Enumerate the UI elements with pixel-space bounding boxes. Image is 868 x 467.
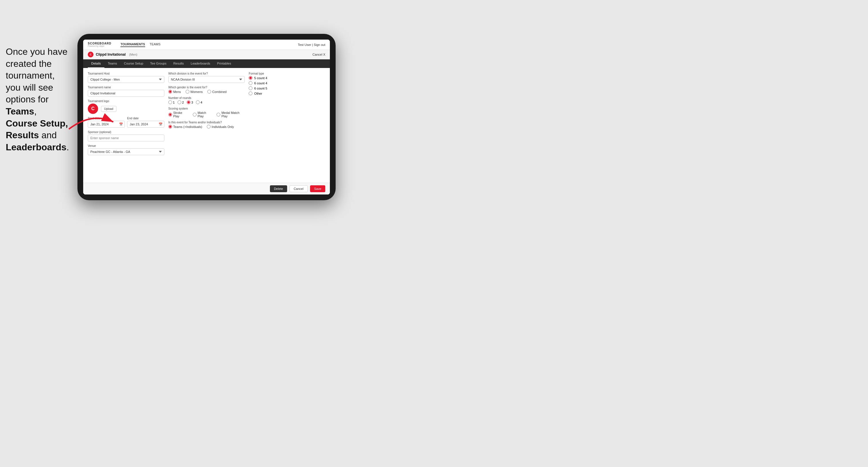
tournament-icon: C [88, 52, 94, 57]
save-button[interactable]: Save [310, 185, 325, 192]
format-group: Format type 5 count 4 6 count 4 6 cou [249, 72, 325, 95]
instruction-and: and [39, 130, 57, 140]
gender-group: Which gender is the event for? Mens Wome… [168, 86, 245, 94]
tab-teams[interactable]: Teams [104, 59, 121, 68]
logo-area: SCOREBOARD Powered by clippd TOURNAMENTS… [88, 42, 161, 47]
tab-tee-groups[interactable]: Tee Groups [147, 59, 170, 68]
scoring-stroke-radio[interactable] [168, 113, 172, 117]
scoring-stroke-label: Stroke Play [173, 111, 188, 118]
scoring-medal-label: Medal Match Play [221, 111, 245, 118]
individuals-only[interactable]: Individuals Only [207, 125, 234, 128]
instruction-bold3: Results [6, 130, 39, 140]
teams-plus-individuals-label: Teams (+Individuals) [173, 125, 202, 128]
tournament-host-label: Tournament Host [88, 72, 164, 75]
gender-combined-radio[interactable] [207, 90, 211, 94]
scoring-match-radio[interactable] [193, 113, 196, 117]
gender-label: Which gender is the event for? [168, 86, 245, 89]
nav-tournaments[interactable]: TOURNAMENTS [121, 42, 145, 47]
round-2-label: 2 [182, 101, 184, 104]
format-other-label: Other [254, 92, 262, 95]
scoring-medal[interactable]: Medal Match Play [217, 111, 245, 118]
tournament-header: C Clippd Invitational (Men) Cancel X [83, 50, 330, 59]
tab-results[interactable]: Results [170, 59, 187, 68]
instruction-bold4: Leaderboards [6, 142, 66, 152]
round-4-label: 4 [200, 101, 202, 104]
gender-combined-label: Combined [212, 90, 227, 94]
round-1[interactable]: 1 [168, 100, 175, 104]
form-section-middle: Which division is the event for? NCAA Di… [168, 72, 245, 155]
top-nav: SCOREBOARD Powered by clippd TOURNAMENTS… [83, 39, 330, 50]
round-1-radio[interactable] [168, 100, 172, 104]
logo-sub: Powered by clippd [88, 45, 111, 47]
user-signout[interactable]: Test User | Sign out [298, 43, 325, 46]
tournament-name-input[interactable] [88, 90, 164, 97]
teams-plus-individuals-radio[interactable] [168, 125, 172, 128]
format-label: Format type [249, 72, 325, 75]
round-4-radio[interactable] [196, 100, 199, 104]
teams-group: Is this event for Teams and/or Individua… [168, 121, 245, 128]
scoring-radio-row: Stroke Play Match Play Medal Match Play [168, 111, 245, 118]
format-6count4-radio[interactable] [249, 81, 252, 85]
format-5count4-radio[interactable] [249, 76, 252, 80]
round-2[interactable]: 2 [178, 100, 184, 104]
tournament-host-select[interactable]: Clippd College - Men [88, 76, 164, 83]
instruction-bold1: Teams [6, 106, 34, 117]
logo: SCOREBOARD Powered by clippd [88, 42, 111, 47]
user-area: Test User | Sign out [298, 43, 325, 46]
tournament-name: Clippd Invitational [96, 53, 126, 57]
end-date-group: End date 📅 [127, 117, 164, 128]
cancel-button[interactable]: Cancel [289, 185, 308, 192]
tournament-type: (Men) [129, 53, 137, 56]
end-date-label: End date [127, 117, 164, 120]
format-5count4[interactable]: 5 count 4 [249, 76, 325, 80]
individuals-only-radio[interactable] [207, 125, 211, 128]
round-3-label: 3 [191, 101, 193, 104]
format-5count4-label: 5 count 4 [254, 76, 267, 80]
round-2-radio[interactable] [178, 100, 181, 104]
format-6count4[interactable]: 6 count 4 [249, 81, 325, 85]
tab-leaderboards[interactable]: Leaderboards [187, 59, 214, 68]
gender-mens[interactable]: Mens [168, 90, 181, 94]
gender-womens-label: Womens [190, 90, 203, 94]
format-options: 5 count 4 6 count 4 6 count 5 Other [249, 76, 325, 95]
tab-course-setup[interactable]: Course Setup [121, 59, 147, 68]
gender-mens-label: Mens [173, 90, 181, 94]
nav-teams[interactable]: TEAMS [150, 42, 161, 47]
gender-womens-radio[interactable] [186, 90, 189, 94]
venue-select[interactable]: Peachtree GC - Atlanta - GA [88, 148, 164, 155]
tab-details[interactable]: Details [88, 59, 104, 68]
format-6count5[interactable]: 6 count 5 [249, 86, 325, 90]
round-3[interactable]: 3 [187, 100, 193, 104]
rounds-label: Number of rounds [168, 96, 245, 99]
format-6count4-label: 6 count 4 [254, 82, 267, 85]
gender-mens-radio[interactable] [168, 90, 172, 94]
gender-womens[interactable]: Womens [186, 90, 203, 94]
round-4[interactable]: 4 [196, 100, 202, 104]
instruction-comma: , [34, 106, 37, 117]
gender-combined[interactable]: Combined [207, 90, 227, 94]
format-other-radio[interactable] [249, 92, 252, 95]
format-other[interactable]: Other [249, 92, 325, 95]
division-label: Which division is the event for? [168, 72, 245, 75]
scoring-stroke[interactable]: Stroke Play [168, 111, 188, 118]
cancel-tournament-button[interactable]: Cancel X [312, 53, 325, 56]
footer-bar: Delete Cancel Save [83, 183, 330, 194]
instruction-bold2: Course Setup, [6, 118, 68, 128]
end-date-wrap: 📅 [127, 121, 164, 128]
individuals-only-label: Individuals Only [212, 125, 234, 128]
tournament-host-group: Tournament Host Clippd College - Men [88, 72, 164, 83]
instruction-text: Once you havecreated thetournament,you w… [0, 40, 74, 159]
teams-plus-individuals[interactable]: Teams (+Individuals) [168, 125, 202, 128]
end-date-input[interactable] [127, 121, 164, 128]
format-6count5-radio[interactable] [249, 86, 252, 90]
tournament-title: C Clippd Invitational (Men) [88, 52, 137, 57]
scoring-medal-radio[interactable] [217, 113, 220, 117]
gender-radio-row: Mens Womens Combined [168, 90, 245, 94]
tournament-logo-label: Tournament logo [88, 99, 164, 103]
round-3-radio[interactable] [187, 100, 190, 104]
teams-radio-row: Teams (+Individuals) Individuals Only [168, 125, 245, 128]
division-select[interactable]: NCAA Division III [168, 76, 245, 83]
delete-button[interactable]: Delete [270, 185, 287, 192]
tab-printables[interactable]: Printables [214, 59, 235, 68]
scoring-match[interactable]: Match Play [193, 111, 212, 118]
